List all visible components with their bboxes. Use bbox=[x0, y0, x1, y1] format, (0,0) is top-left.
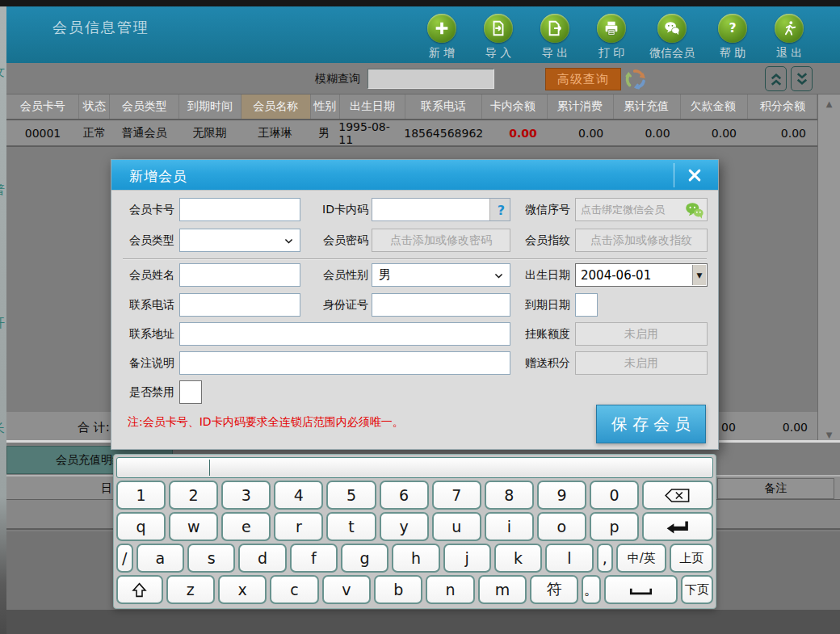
sidebar-fragment: 攵 bbox=[0, 65, 5, 80]
key-3[interactable]: 3 bbox=[221, 481, 271, 510]
sidebar-fragment: 普 bbox=[0, 183, 5, 198]
key-enter[interactable] bbox=[642, 512, 713, 541]
table-row[interactable]: 00001正常普通会员无限期王琳琳男1995-08-11185645689620… bbox=[6, 120, 817, 147]
dropdown-arrow-icon[interactable]: ▼ bbox=[692, 265, 706, 285]
key-j[interactable]: j bbox=[443, 544, 491, 573]
key-page-down[interactable]: 下页 bbox=[681, 575, 713, 604]
key-4[interactable]: 4 bbox=[274, 481, 323, 510]
phone-input[interactable] bbox=[179, 293, 300, 317]
key-t[interactable]: t bbox=[326, 512, 376, 541]
id-number-input[interactable] bbox=[372, 293, 510, 317]
key-y[interactable]: y bbox=[380, 512, 429, 541]
date-column-header: 日 bbox=[101, 481, 112, 496]
collapse-up-button[interactable] bbox=[765, 66, 787, 91]
column-header: 累计充值 bbox=[614, 94, 681, 119]
key-a[interactable]: a bbox=[136, 544, 184, 573]
table-cell: 男 bbox=[309, 120, 338, 145]
exit-icon bbox=[775, 14, 804, 43]
keyboard-input-preview[interactable] bbox=[116, 457, 713, 478]
key-page-up[interactable]: 上页 bbox=[670, 544, 713, 573]
key-k[interactable]: k bbox=[494, 544, 542, 573]
key-slash[interactable]: / bbox=[116, 544, 133, 573]
key-v[interactable]: v bbox=[322, 575, 371, 604]
fingerprint-field[interactable]: 点击添加或修改指纹 bbox=[575, 229, 708, 252]
key-space[interactable] bbox=[604, 575, 678, 604]
expire-date-input[interactable] bbox=[575, 293, 598, 317]
name-input[interactable] bbox=[179, 263, 300, 287]
refresh-icon[interactable] bbox=[624, 67, 648, 91]
key-w[interactable]: w bbox=[169, 512, 218, 541]
gender-select[interactable]: 男 bbox=[372, 263, 510, 287]
key-d[interactable]: d bbox=[238, 544, 286, 573]
password-field[interactable]: 点击添加或修改密码 bbox=[372, 229, 510, 252]
wechat-bind-field[interactable]: 点击绑定微信会员 bbox=[575, 198, 708, 221]
key-q[interactable]: q bbox=[116, 512, 166, 541]
birth-date-label: 出生日期 bbox=[519, 263, 570, 287]
save-member-button[interactable]: 保存会员 bbox=[596, 405, 706, 443]
svg-text:?: ? bbox=[729, 21, 736, 36]
key-g[interactable]: g bbox=[341, 544, 388, 573]
key-0[interactable]: 0 bbox=[590, 481, 639, 510]
key-b[interactable]: b bbox=[374, 575, 422, 604]
wechat-icon bbox=[684, 200, 704, 220]
id-card-input[interactable] bbox=[372, 199, 490, 220]
key-5[interactable]: 5 bbox=[326, 481, 376, 510]
member-type-select[interactable] bbox=[179, 229, 300, 252]
wechat-placeholder: 点击绑定微信会员 bbox=[581, 203, 665, 217]
remark-input[interactable] bbox=[179, 351, 510, 375]
scroll-down-icon[interactable]: ▼ bbox=[818, 430, 840, 439]
toolbar: 新 增导 入导 出打 印微信会员?帮 助退 出 bbox=[423, 14, 808, 61]
key-symbol[interactable]: 符 bbox=[530, 575, 578, 604]
key-2[interactable]: 2 bbox=[169, 481, 218, 510]
toolbar-export[interactable]: 导 出 bbox=[536, 14, 573, 61]
key-u[interactable]: u bbox=[432, 512, 481, 541]
key-s[interactable]: s bbox=[187, 544, 235, 573]
key-period[interactable]: 。 bbox=[582, 575, 600, 604]
key-zh-en[interactable]: 中/英 bbox=[616, 544, 666, 573]
key-h[interactable]: h bbox=[392, 544, 439, 573]
key-r[interactable]: r bbox=[274, 512, 323, 541]
key-9[interactable]: 9 bbox=[537, 481, 586, 510]
toolbar-print[interactable]: 打 印 bbox=[593, 14, 630, 61]
key-8[interactable]: 8 bbox=[485, 481, 534, 510]
key-shift[interactable] bbox=[116, 575, 163, 604]
key-7[interactable]: 7 bbox=[432, 481, 481, 510]
toolbar-label: 打 印 bbox=[598, 46, 624, 61]
toolbar-wechat-member[interactable]: 微信会员 bbox=[649, 14, 695, 61]
key-f[interactable]: f bbox=[290, 544, 338, 573]
fuzzy-search-input[interactable] bbox=[368, 69, 494, 89]
toolbar-help[interactable]: ?帮 助 bbox=[714, 14, 751, 61]
key-1[interactable]: 1 bbox=[116, 481, 166, 510]
close-icon[interactable] bbox=[678, 163, 712, 187]
toolbar-new[interactable]: 新 增 bbox=[423, 14, 460, 61]
address-input[interactable] bbox=[179, 322, 510, 346]
table-scrollbar[interactable]: ▲ ▼ bbox=[817, 94, 840, 443]
key-l[interactable]: l bbox=[545, 544, 593, 573]
table-cell: 0.00 bbox=[682, 120, 748, 145]
key-x[interactable]: x bbox=[218, 575, 267, 604]
key-6[interactable]: 6 bbox=[380, 481, 429, 510]
key-m[interactable]: m bbox=[478, 575, 527, 604]
key-n[interactable]: n bbox=[426, 575, 474, 604]
expand-down-button[interactable] bbox=[791, 66, 813, 91]
key-o[interactable]: o bbox=[537, 512, 586, 541]
key-i[interactable]: i bbox=[485, 512, 534, 541]
birth-date-picker[interactable]: 2004-06-01 ▼ bbox=[575, 263, 708, 287]
titlebar: 会员信息管理 新 增导 入导 出打 印微信会员?帮 助退 出 bbox=[6, 6, 840, 63]
key-c[interactable]: c bbox=[270, 575, 318, 604]
toolbar-import[interactable]: 导 入 bbox=[480, 14, 517, 61]
advanced-search-button[interactable]: 高级查询 bbox=[545, 68, 621, 90]
key-backspace[interactable] bbox=[642, 481, 713, 510]
card-no-input[interactable] bbox=[179, 198, 300, 221]
wechat-label: 微信序号 bbox=[519, 198, 570, 221]
help-icon[interactable]: ? bbox=[498, 203, 505, 218]
key-p[interactable]: p bbox=[590, 512, 639, 541]
keyboard-rows: 1234567890qwertyuiop/asdfghjkl,中/英上页zxcv… bbox=[116, 481, 713, 604]
export-icon bbox=[540, 14, 569, 43]
toolbar-exit[interactable]: 退 出 bbox=[771, 14, 808, 61]
disable-checkbox[interactable] bbox=[179, 380, 202, 404]
scroll-up-icon[interactable]: ▲ bbox=[818, 99, 840, 108]
key-z[interactable]: z bbox=[166, 575, 215, 604]
key-comma[interactable]: , bbox=[597, 544, 614, 573]
key-e[interactable]: e bbox=[221, 512, 271, 541]
